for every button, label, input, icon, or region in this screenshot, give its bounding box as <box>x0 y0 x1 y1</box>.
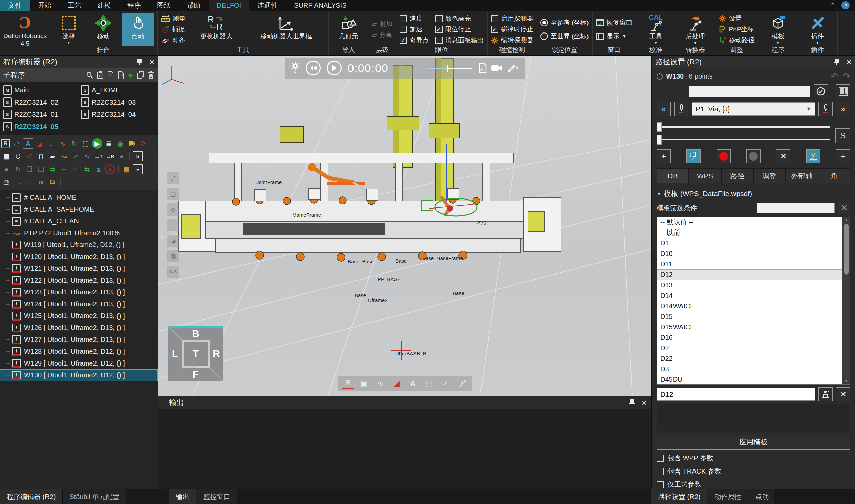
position-slider[interactable] <box>657 126 830 128</box>
film-strip-icon[interactable]: ▼ <box>506 64 519 72</box>
restore-window-button[interactable]: 恢复窗口 <box>596 18 633 27</box>
template-option-checkbox[interactable]: 包含 WPP 参数 <box>657 454 850 463</box>
copy-off-icon[interactable]: ❐ <box>24 164 35 174</box>
template-item[interactable]: D15WAICE <box>657 322 842 332</box>
text-t-icon[interactable]: →T <box>93 151 104 161</box>
enable-probe-checkbox[interactable]: 启用探测器 <box>491 14 533 23</box>
statement-row[interactable]: / W128 [ Utool1, Uframe2, D12, () ] <box>0 346 158 357</box>
template-item[interactable]: D15 <box>657 311 842 322</box>
menu-item[interactable]: 图纸 <box>149 0 179 11</box>
menu-item[interactable]: 工艺 <box>59 0 89 11</box>
swap-green-icon[interactable]: ⇆ <box>82 164 92 174</box>
stop-icon[interactable]: S <box>105 164 115 174</box>
delete-point-button[interactable]: ✕ <box>776 149 790 163</box>
statement-row[interactable]: / W119 [ Utool1, Uframe2, D12, () ] <box>0 239 158 251</box>
grid-icon[interactable]: ▦ <box>1 151 12 161</box>
template-item[interactable]: D14 <box>657 290 842 301</box>
dock-tab[interactable]: 监控窗口 <box>196 489 237 504</box>
path-magenta-icon[interactable]: ∿ <box>82 151 92 161</box>
move-button[interactable]: 移动 <box>87 13 120 46</box>
statement-row[interactable]: ≡ # CALL A_SAFEHOME <box>0 203 158 215</box>
close-icon[interactable]: × <box>149 58 155 65</box>
fit-view-icon[interactable]: ⤢ <box>167 172 179 184</box>
template-scrollbar[interactable]: ▲ ▼ <box>842 217 850 384</box>
close-icon[interactable]: × <box>847 58 852 65</box>
pin-icon[interactable] <box>629 399 635 407</box>
tree-icon[interactable]: ⊢ <box>59 164 69 174</box>
sync-icon[interactable]: ⟳ <box>138 139 148 149</box>
frame-icon[interactable]: ⬚ <box>81 139 91 149</box>
clipboard-icon[interactable]: ▤ <box>121 164 131 174</box>
statement-row[interactable]: / W125 [ Utool1, Uframe2, D13, () ] <box>0 310 158 322</box>
color-highlight-checkbox[interactable]: 颜色高亮 <box>435 14 484 23</box>
path-points-icon[interactable]: ∿ <box>57 139 68 149</box>
rewind-button[interactable] <box>306 60 321 75</box>
statement-row[interactable]: ≡ # CALL A_HOME <box>0 192 158 203</box>
point-table-button[interactable] <box>836 84 850 98</box>
chart-icon[interactable]: ▮▮ <box>36 177 46 187</box>
template-button[interactable]: 模板 ▼ <box>762 13 795 46</box>
template-filter-input[interactable] <box>757 203 835 213</box>
add-point-after-button[interactable]: + <box>836 149 850 163</box>
collision-stop-checkbox[interactable]: ✓碰撞时停止 <box>491 25 533 34</box>
message-output-checkbox[interactable]: 消息面板输出 <box>435 36 484 45</box>
measure-button[interactable]: 测量 <box>161 14 185 23</box>
close-icon[interactable]: × <box>642 399 647 406</box>
record-off-icon[interactable]: ● <box>117 151 127 161</box>
statement-row[interactable]: / W130 [ Utool1, Uframe2, D12, () ] <box>0 369 158 381</box>
compare-icon[interactable]: ≡ <box>1 164 12 174</box>
paste-list-icon[interactable] <box>97 71 104 79</box>
redo-icon[interactable]: ↷ <box>843 71 850 82</box>
s-button[interactable]: S <box>835 128 850 143</box>
divider-icon[interactable] <box>118 165 119 173</box>
sub-view-icon[interactable]: SUB <box>167 266 179 278</box>
template-name-input[interactable]: D12 <box>657 388 815 401</box>
geometry-button[interactable]: 几何元 <box>332 13 365 46</box>
search-icon[interactable] <box>86 71 93 79</box>
template-option-checkbox[interactable]: 仅工艺参数 <box>657 480 850 489</box>
subprogram-item[interactable]: S R2ZC3214_04 <box>79 108 157 121</box>
jump-to-torch-button[interactable] <box>674 102 689 116</box>
dock-tab[interactable]: Stäubli 单元配置 <box>63 489 126 504</box>
export-program-icon[interactable] <box>117 71 124 79</box>
path-settings-tab[interactable]: 外部轴 <box>786 168 818 183</box>
limit-curve-icon[interactable]: ◢ <box>35 139 45 149</box>
weld-mode-icon[interactable]: R <box>342 378 354 389</box>
statement-row[interactable]: / W122 [ Utool1, Uframe2, D13, () ] <box>0 274 158 286</box>
next-point-button[interactable]: » <box>836 102 850 116</box>
template-item[interactable]: D10 <box>657 249 842 259</box>
speed-icon[interactable]: ◉ <box>115 139 125 149</box>
to-reference-radio[interactable]: 至参考 (坐标) <box>540 18 589 27</box>
limit-curve-icon[interactable]: ◢ <box>391 378 403 389</box>
wait-icon[interactable]: ⧗ <box>93 164 104 174</box>
menu-item[interactable]: 帮助 <box>179 0 209 11</box>
subprogram-item[interactable]: S R2ZC3214_03 <box>79 96 157 108</box>
step-icon[interactable]: ⊓ <box>36 151 46 161</box>
scroll-down-icon[interactable]: ▼ <box>844 378 848 384</box>
path-settings-tab[interactable]: 调整 <box>753 168 786 183</box>
io-out-icon[interactable]: ⁚→ <box>24 177 35 187</box>
plugins-button[interactable]: 插件 ▼ <box>802 13 834 46</box>
settings-button[interactable]: 设置 <box>719 14 755 23</box>
curve-icon[interactable]: ↝ <box>59 151 69 161</box>
statement-row[interactable]: ↝ PTP P72 Utool1 Uframe2 100% <box>0 227 158 239</box>
io-in-icon[interactable]: →⁚ <box>13 177 23 187</box>
subprogram-item[interactable]: M Main <box>1 84 79 96</box>
export-pdf-icon[interactable]: A <box>478 63 487 73</box>
loop-icon[interactable]: ↻ <box>69 139 79 149</box>
path-settings-tab[interactable]: 路径 <box>721 168 753 183</box>
save-template-button[interactable] <box>818 387 833 401</box>
delete-template-button[interactable]: ✕ <box>836 387 850 401</box>
template-item[interactable]: D22 <box>657 353 842 364</box>
dock-tab[interactable]: 路径设置 (R2) <box>652 489 707 504</box>
play-icon[interactable]: ▶ <box>92 139 102 149</box>
folder-icon[interactable]: ▰ <box>48 151 57 161</box>
statement-row[interactable]: ≡ # CALL A_CLEAN <box>0 215 158 227</box>
conveyor-icon[interactable]: ⛟ <box>127 139 137 149</box>
return-icon[interactable]: ⏎ <box>70 164 81 174</box>
section-collapse-icon[interactable]: ▼ <box>657 191 661 196</box>
template-description-field[interactable] <box>657 404 850 431</box>
select-button[interactable]: 选择 ▼ <box>53 13 85 46</box>
template-item[interactable]: D14WAICE <box>657 301 842 311</box>
zoom-region-icon[interactable]: ▢ <box>167 188 179 200</box>
